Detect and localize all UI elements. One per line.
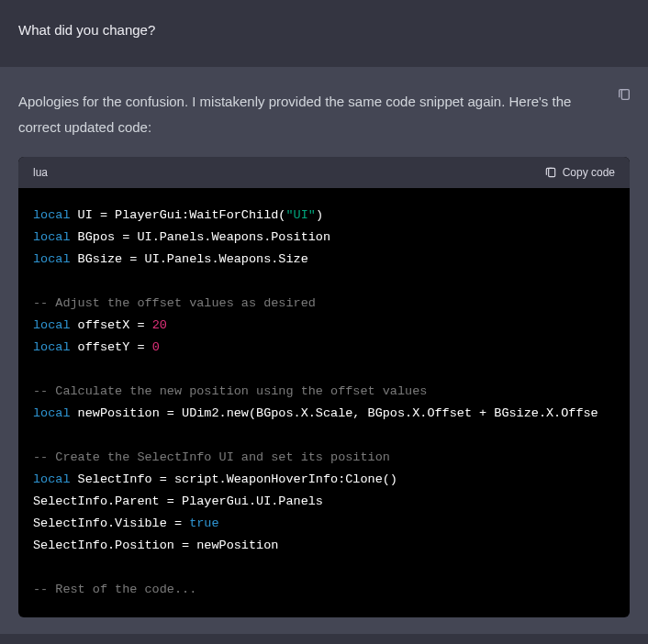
code-token: SelectInfo.Parent = PlayerGui.UI.Panels xyxy=(33,494,323,508)
code-token: local xyxy=(33,406,71,420)
code-comment: -- Rest of the code... xyxy=(33,583,196,596)
code-token: SelectInfo = script.WeaponHoverInfo:Clon… xyxy=(71,472,397,486)
code-token: "UI" xyxy=(285,208,315,222)
code-token: offsetX = xyxy=(71,318,152,332)
code-token: local xyxy=(33,230,71,244)
code-token: local xyxy=(33,208,71,222)
svg-rect-1 xyxy=(548,168,554,176)
code-token: local xyxy=(33,472,71,486)
code-token: BGpos = UI.Panels.Weapons.Position xyxy=(71,230,331,244)
code-token: ) xyxy=(316,208,323,222)
user-message: What did you change? xyxy=(0,0,648,67)
assistant-intro-text: Apologies for the confusion. I mistakenl… xyxy=(18,89,630,140)
code-token: newPosition = UDim2.new(BGpos.X.Scale, B… xyxy=(71,406,598,420)
code-comment: -- Create the SelectInfo UI and set its … xyxy=(33,450,390,464)
code-language-label: lua xyxy=(33,166,48,179)
code-comment: -- Calculate the new position using the … xyxy=(33,384,427,398)
assistant-message: Apologies for the confusion. I mistakenl… xyxy=(0,67,648,634)
code-token: UI = PlayerGui:WaitForChild( xyxy=(71,208,286,222)
code-token: offsetY = xyxy=(71,340,152,354)
code-block: lua Copy code local UI = PlayerGui:WaitF… xyxy=(18,157,630,617)
code-token: BGsize = UI.Panels.Weapons.Size xyxy=(71,252,308,266)
code-token: 0 xyxy=(152,340,160,354)
code-content[interactable]: local UI = PlayerGui:WaitForChild("UI") … xyxy=(18,188,630,617)
code-token: SelectInfo.Visible = xyxy=(33,516,189,530)
code-header: lua Copy code xyxy=(18,157,630,188)
code-comment: -- Adjust the offset values as desired xyxy=(33,296,316,310)
code-token: 20 xyxy=(152,318,167,332)
code-token: local xyxy=(33,340,71,354)
copy-code-button[interactable]: Copy code xyxy=(544,166,615,179)
user-message-text: What did you change? xyxy=(18,22,630,38)
copy-code-label: Copy code xyxy=(563,166,615,179)
code-token: local xyxy=(33,318,71,332)
clipboard-icon[interactable] xyxy=(617,87,631,102)
code-token: true xyxy=(189,516,218,530)
clipboard-icon xyxy=(544,166,557,179)
code-token: SelectInfo.Position = newPosition xyxy=(33,539,278,552)
svg-rect-0 xyxy=(621,90,629,100)
code-token: local xyxy=(33,252,71,266)
